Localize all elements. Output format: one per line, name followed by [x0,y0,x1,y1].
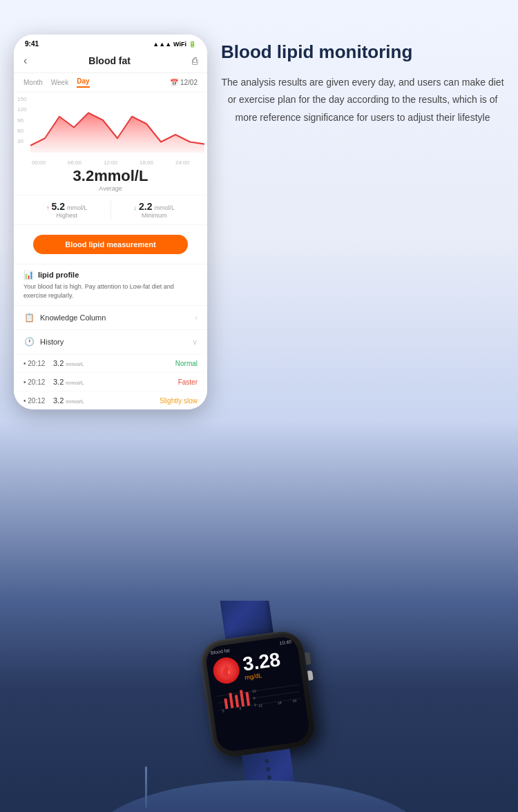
history-time-2: • 20:12 [23,378,48,386]
battery-icon: 🔋 [189,41,196,48]
y-120: 120 [17,106,26,113]
chevron-down-icon: ∨ [192,338,198,347]
band-hole-3 [267,775,272,780]
y-150: 150 [17,96,26,102]
history-row-2: • 20:12 3.2 mmol/L Faster [14,372,207,391]
watch-section: Blood fat 10:40 🩸 3.28 mg/dL [0,601,518,812]
history-status-2: Faster [178,378,198,386]
minimum-number: 2.2 [139,201,152,212]
history-section: • 20:12 3.2 mmol/L Normal • 20:12 3.2 mm… [14,354,207,409]
knowledge-label: Knowledge Column [40,313,189,322]
x-18: 18:00 [140,160,153,166]
main-stat-value: 3.2mmol/L [14,167,207,185]
main-stat-label: Average [14,185,207,192]
minimum-stat: ↓ 2.2 mmol/L Minimum [111,201,198,219]
band-hole-2 [266,767,271,772]
band-hole-1 [265,759,269,764]
history-status-1: Normal [175,360,198,367]
svg-text:12: 12 [258,703,263,708]
history-icon: 🕐 [23,337,35,347]
highest-value: ↑ 5.2 mmol/L [23,201,111,212]
share-button[interactable]: ⎙ [192,55,198,66]
history-item[interactable]: 🕐 History ∨ [14,329,207,354]
history-time-1: • 20:12 [23,360,48,367]
svg-text:3: 3 [254,703,257,707]
tab-week[interactable]: Week [51,79,68,86]
feature-title: Blood lipid monitoring [221,41,504,63]
svg-line-1 [217,685,299,697]
history-value-1: 3.2 mmol/L [53,359,170,367]
chart-svg [30,98,204,157]
knowledge-column-item[interactable]: 📋 Knowledge Column › [14,305,207,329]
svg-rect-4 [224,698,228,708]
svg-rect-8 [245,692,250,706]
history-time-3: • 20:12 [23,397,48,405]
blood-fat-chart: 150 120 90 60 30 [14,93,207,162]
sub-stats: ↑ 5.2 mmol/L Highest ↓ 2.2 mmol/L Minimu… [14,195,207,225]
highest-unit: mmol/L [67,204,88,211]
status-icons: ▲▲▲ WiFi 🔋 [153,41,196,48]
history-value-3: 3.2 mmol/L [53,396,154,405]
date-value: 12/02 [180,79,198,86]
watch-button-2 [307,670,314,681]
tab-date[interactable]: 📅 12/02 [170,79,198,86]
top-section: 9:41 ▲▲▲ WiFi 🔋 ‹ Blood fat ⎙ Month Week… [0,0,518,601]
x-06: 06:00 [68,160,81,166]
highest-stat: ↑ 5.2 mmol/L Highest [23,201,111,219]
y-30: 30 [17,138,26,144]
blood-icon: 🩸 [211,656,241,686]
history-label: History [40,338,186,346]
watch-screen: Blood fat 10:40 🩸 3.28 mg/dL [204,635,311,753]
back-button[interactable]: ‹ [23,55,27,67]
period-tabs: Month Week Day 📅 12/02 [14,73,207,93]
main-stat: 3.2mmol/L Average [14,162,207,195]
watch-time: 10:40 [279,639,291,646]
signal-icon: ▲▲▲ [153,41,171,48]
x-24: 24:00 [175,160,189,166]
right-content: Blood lipid monitoring The analysis resu… [221,28,504,126]
tab-month[interactable]: Month [23,79,43,86]
svg-text:24: 24 [292,698,297,703]
lipid-description: Your blood fat is high. Pay attention to… [23,282,198,300]
phone-mockup: 9:41 ▲▲▲ WiFi 🔋 ‹ Blood fat ⎙ Month Week… [14,35,207,409]
down-arrow: ↓ [133,204,137,211]
minimum-value: ↓ 2.2 mmol/L [111,201,198,212]
wifi-icon: WiFi [173,41,186,48]
pedestal [86,780,432,812]
history-value-2: 3.2 mmol/L [53,378,173,386]
lipid-icon: 📊 [23,270,34,280]
screen-title: Blood fat [88,55,131,66]
watch-value-area: 3.28 mg/dL [242,650,282,681]
pedestal-dome [86,780,432,812]
svg-text:18: 18 [278,700,282,705]
lipid-header: 📊 lipid profile [23,270,198,280]
y-60: 60 [17,128,26,134]
svg-text:9: 9 [253,696,256,700]
x-12: 12:00 [104,160,117,166]
feature-description: The analysis results are given every day… [221,74,504,126]
watch-button-1 [305,652,311,665]
y-90: 90 [17,117,26,124]
svg-rect-6 [235,695,239,707]
minimum-label: Minimum [111,212,198,219]
up-arrow: ↑ [46,204,50,211]
status-bar: 9:41 ▲▲▲ WiFi 🔋 [14,35,207,50]
x-00: 00:00 [32,160,46,166]
lipid-profile-section: 📊 lipid profile Your blood fat is high. … [14,264,207,305]
minimum-unit: mmol/L [155,204,175,211]
svg-text:15: 15 [252,688,257,693]
history-status-3: Slightly slow [160,397,198,405]
history-row-1: • 20:12 3.2 mmol/L Normal [14,354,207,372]
tab-day[interactable]: Day [77,77,89,88]
history-row-3: • 20:12 3.2 mmol/L Slightly slow [14,391,207,409]
phone-header: ‹ Blood fat ⎙ [14,50,207,73]
chart-y-labels: 150 120 90 60 30 [17,96,26,144]
charging-cable [145,766,147,808]
status-time: 9:41 [25,40,39,48]
chevron-right-icon: › [195,313,198,322]
svg-rect-5 [229,693,233,708]
measure-button[interactable]: Blood lipid measurement [33,235,188,254]
lipid-title: lipid profile [38,271,79,279]
calendar-icon: 📅 [170,79,178,86]
watch-case: Blood fat 10:40 🩸 3.28 mg/dL [198,629,317,760]
